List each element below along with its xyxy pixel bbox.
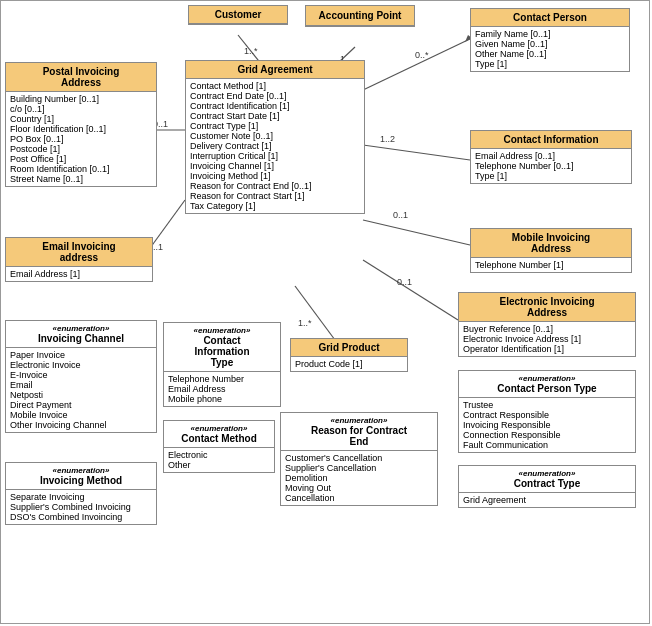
contact-person-type-title: Contact Person Type	[463, 383, 631, 394]
ga-f4: Contract Start Date [1]	[190, 111, 360, 121]
pia-f2: c/o [0..1]	[10, 104, 152, 114]
svg-text:0..1: 0..1	[393, 210, 408, 220]
pia-f8: Room Identification [0..1]	[10, 164, 152, 174]
invoicing-channel-body: Paper Invoice Electronic Invoice E-Invoi…	[6, 348, 156, 432]
accounting-point-label: Accounting Point	[310, 10, 410, 21]
contact-method-header: «enumeration» Contact Method	[164, 421, 274, 448]
ga-f1: Contact Method [1]	[190, 81, 360, 91]
cp-field-1: Family Name [0..1]	[475, 29, 625, 39]
mobile-invoicing-body: Telephone Number [1]	[471, 258, 631, 272]
ic-f7: Mobile Invoice	[10, 410, 152, 420]
mia-f1: Telephone Number [1]	[475, 260, 627, 270]
ct-f1: Grid Agreement	[463, 495, 631, 505]
customer-header: Customer	[189, 6, 287, 24]
svg-text:1..2: 1..2	[380, 134, 395, 144]
svg-text:0..*: 0..*	[415, 50, 429, 60]
rce-f5: Cancellation	[285, 493, 433, 503]
rce-f1: Customer's Cancellation	[285, 453, 433, 463]
mobile-invoicing-header: Mobile InvoicingAddress	[471, 229, 631, 258]
grid-agreement-body: Contact Method [1] Contract End Date [0.…	[186, 79, 364, 213]
contract-type-box: «enumeration» Contract Type Grid Agreeme…	[458, 465, 636, 508]
im-f1: Separate Invoicing	[10, 492, 152, 502]
svg-text:0..1: 0..1	[397, 277, 412, 287]
ci-f3: Type [1]	[475, 171, 627, 181]
invoicing-channel-box: «enumeration» Invoicing Channel Paper In…	[5, 320, 157, 433]
contact-information-box: Contact Information Email Address [0..1]…	[470, 130, 632, 184]
contact-person-header: Contact Person	[471, 9, 629, 27]
svg-line-15	[363, 220, 470, 245]
invoicing-method-title: Invoicing Method	[10, 475, 152, 486]
im-f3: DSO's Combined Invoincing	[10, 512, 152, 522]
reason-contract-end-header: «enumeration» Reason for ContractEnd	[281, 413, 437, 451]
cit-f3: Mobile phone	[168, 394, 276, 404]
ga-f9: Invoicing Channel [1]	[190, 161, 360, 171]
eia-f1: Email Address [1]	[10, 269, 148, 279]
contact-person-type-header: «enumeration» Contact Person Type	[459, 371, 635, 398]
ci-f2: Telephone Number [0..1]	[475, 161, 627, 171]
ga-f2: Contract End Date [0..1]	[190, 91, 360, 101]
ic-f4: Email	[10, 380, 152, 390]
cit-f1: Telephone Number	[168, 374, 276, 384]
elec-f1: Buyer Reference [0..1]	[463, 324, 631, 334]
contact-person-type-body: Trustee Contract Responsible Invoicing R…	[459, 398, 635, 452]
grid-product-box: Grid Product Product Code [1]	[290, 338, 408, 372]
ic-f2: Electronic Invoice	[10, 360, 152, 370]
contact-info-type-title: ContactInformationType	[168, 335, 276, 368]
ga-f7: Delivery Contract [1]	[190, 141, 360, 151]
contract-type-header: «enumeration» Contract Type	[459, 466, 635, 493]
accounting-point-box: Accounting Point	[305, 5, 415, 27]
svg-text:1..*: 1..*	[298, 318, 312, 328]
contact-method-box: «enumeration» Contact Method Electronic …	[163, 420, 275, 473]
invoicing-channel-title: Invoicing Channel	[10, 333, 152, 344]
ga-f13: Tax Category [1]	[190, 201, 360, 211]
enum-label-6: «enumeration»	[10, 466, 152, 475]
cp-field-2: Given Name [0..1]	[475, 39, 625, 49]
ic-f8: Other Invoicing Channel	[10, 420, 152, 430]
grid-agreement-box: Grid Agreement Contact Method [1] Contra…	[185, 60, 365, 214]
enum-label-7: «enumeration»	[463, 469, 631, 478]
contact-information-type-box: «enumeration» ContactInformationType Tel…	[163, 322, 281, 407]
contact-person-body: Family Name [0..1] Given Name [0..1] Oth…	[471, 27, 629, 71]
invoicing-channel-header: «enumeration» Invoicing Channel	[6, 321, 156, 348]
contact-person-box: Contact Person Family Name [0..1] Given …	[470, 8, 630, 72]
elec-f2: Electronic Invoice Address [1]	[463, 334, 631, 344]
customer-box: Customer	[188, 5, 288, 25]
pia-f5: PO Box [0..1]	[10, 134, 152, 144]
electronic-invoicing-header: Electronic InvoicingAddress	[459, 293, 635, 322]
cpt-f3: Invoicing Responsible	[463, 420, 631, 430]
reason-contract-end-title: Reason for ContractEnd	[285, 425, 433, 447]
enum-label-3: «enumeration»	[463, 374, 631, 383]
enum-label-4: «enumeration»	[285, 416, 433, 425]
reason-for-contract-end-box: «enumeration» Reason for ContractEnd Cus…	[280, 412, 438, 506]
pia-f1: Building Number [0..1]	[10, 94, 152, 104]
contact-person-type-box: «enumeration» Contact Person Type Truste…	[458, 370, 636, 453]
ic-f6: Direct Payment	[10, 400, 152, 410]
cm-f1: Electronic	[168, 450, 270, 460]
svg-line-6	[363, 38, 472, 90]
rce-f2: Supplier's Cancellation	[285, 463, 433, 473]
contact-information-header: Contact Information	[471, 131, 631, 149]
postal-invoicing-address-box: Postal InvoicingAddress Building Number …	[5, 62, 157, 187]
invoicing-method-body: Separate Invoicing Supplier's Combined I…	[6, 490, 156, 524]
electronic-invoicing-body: Buyer Reference [0..1] Electronic Invoic…	[459, 322, 635, 356]
ic-f3: E-Invoice	[10, 370, 152, 380]
ga-f6: Customer Note [0..1]	[190, 131, 360, 141]
cpt-f2: Contract Responsible	[463, 410, 631, 420]
mobile-invoicing-address-box: Mobile InvoicingAddress Telephone Number…	[470, 228, 632, 273]
contact-info-type-body: Telephone Number Email Address Mobile ph…	[164, 372, 280, 406]
accounting-point-header: Accounting Point	[306, 6, 414, 26]
grid-agreement-header: Grid Agreement	[186, 61, 364, 79]
pia-f7: Post Office [1]	[10, 154, 152, 164]
grid-product-body: Product Code [1]	[291, 357, 407, 371]
enum-label-5: «enumeration»	[168, 424, 270, 433]
pia-f6: Postcode [1]	[10, 144, 152, 154]
cp-field-4: Type [1]	[475, 59, 625, 69]
cpt-f1: Trustee	[463, 400, 631, 410]
contact-method-title: Contact Method	[168, 433, 270, 444]
cpt-f4: Connection Responsible	[463, 430, 631, 440]
diagram: 1..* 1..* 1 0..* 0..* 1..2 0..1 0..1 0..…	[0, 0, 652, 626]
enum-label-1: «enumeration»	[10, 324, 152, 333]
svg-line-17	[363, 260, 458, 320]
pia-f9: Street Name [0..1]	[10, 174, 152, 184]
svg-line-19	[295, 286, 335, 340]
